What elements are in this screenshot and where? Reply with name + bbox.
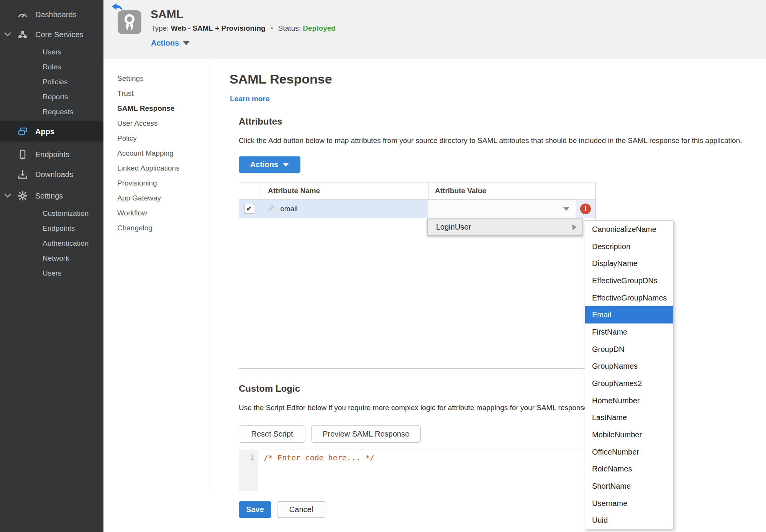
tab-trust[interactable]: Trust: [103, 86, 210, 101]
submenu-item-label: EffectiveGroupNames: [592, 294, 667, 302]
sidebar-item-network[interactable]: Network: [0, 251, 103, 266]
edit-pencil-icon[interactable]: ✎: [267, 204, 275, 214]
sidebar-item-settings[interactable]: Settings: [0, 186, 103, 206]
tab-linked-applications[interactable]: Linked Applications: [103, 161, 210, 176]
select-column-header: [239, 182, 259, 199]
sidebar-item-endpoints[interactable]: Endpoints: [0, 144, 103, 164]
attribute-name-value: email: [280, 205, 297, 213]
sidebar-item-label: Downloads: [35, 170, 73, 179]
submenu-item-email[interactable]: Email: [585, 306, 673, 323]
save-button[interactable]: Save: [239, 501, 271, 518]
submenu-item-canonicalizename[interactable]: CanonicalizeName: [585, 221, 673, 238]
sidebar-item-authentication[interactable]: Authentication: [0, 236, 103, 251]
tab-changelog[interactable]: Changelog: [103, 220, 210, 235]
editor-code[interactable]: /* Enter code here... */: [258, 450, 596, 491]
loginuser-menu-item[interactable]: LoginUser: [427, 218, 583, 236]
sidebar-item-reports[interactable]: Reports: [0, 89, 103, 104]
submenu-item-rolenames[interactable]: RoleNames: [585, 460, 673, 478]
app-section-nav: Settings Trust SAML Response User Access…: [103, 59, 210, 235]
tab-user-access[interactable]: User Access: [103, 116, 210, 131]
sidebar-item-label: Endpoints: [43, 224, 75, 233]
tab-account-mapping[interactable]: Account Mapping: [103, 146, 210, 161]
submenu-item-label: GroupNames2: [592, 379, 642, 388]
sidebar-item-apps[interactable]: Apps: [0, 122, 103, 141]
submenu-item-uuid[interactable]: Uuid: [585, 512, 673, 529]
submenu-item-mobilenumber[interactable]: MobileNumber: [585, 426, 673, 443]
submenu-item-label: ShortName: [592, 482, 631, 491]
header-actions-menu[interactable]: Actions: [151, 39, 190, 48]
submenu-item-label: Username: [592, 499, 627, 508]
error-icon: !: [580, 204, 591, 214]
sidebar-item-label: Users: [43, 269, 62, 277]
downloads-icon: [15, 169, 30, 180]
sidebar-item-requests[interactable]: Requests: [0, 104, 103, 119]
app-title: SAML: [151, 8, 183, 21]
sidebar-item-label: Network: [43, 254, 69, 263]
tab-label: Trust: [117, 89, 134, 98]
submenu-item-homenumber[interactable]: HomeNumber: [585, 392, 673, 409]
dashboard-icon: [15, 9, 30, 20]
cancel-button[interactable]: Cancel: [277, 501, 325, 518]
sidebar-item-roles[interactable]: Roles: [0, 59, 103, 74]
sidebar-item-customization[interactable]: Customization: [0, 206, 103, 221]
reset-script-button[interactable]: Reset Script: [239, 425, 305, 443]
submenu-item-firstname[interactable]: FirstName: [585, 323, 673, 341]
sidebar-item-core-services[interactable]: Core Services: [0, 25, 103, 44]
table-row[interactable]: ✔ ✎ email !: [239, 200, 595, 218]
tab-app-gateway[interactable]: App Gateway: [103, 190, 210, 205]
sidebar-item-settings-users[interactable]: Users: [0, 266, 103, 281]
submenu-item-groupnames2[interactable]: GroupNames2: [585, 375, 673, 392]
sidebar-item-label: Customization: [43, 209, 89, 218]
sidebar-item-label: Reports: [43, 93, 68, 101]
submenu-item-label: DisplayName: [592, 259, 638, 268]
row-select-cell: ✔: [239, 200, 259, 218]
preview-saml-response-button[interactable]: Preview SAML Response: [311, 425, 421, 443]
submenu-item-effectivegroupdns[interactable]: EffectiveGroupDNs: [585, 272, 673, 289]
settings-gear-icon: [15, 190, 30, 201]
sidebar-item-users[interactable]: Users: [0, 44, 103, 59]
sidebar-item-settings-endpoints[interactable]: Endpoints: [0, 221, 103, 236]
combobox-caret-icon: [563, 207, 569, 211]
attribute-value-combobox[interactable]: [428, 200, 576, 218]
tab-saml-response[interactable]: SAML Response: [103, 101, 210, 116]
attributes-heading: Attributes: [239, 116, 282, 127]
tab-settings[interactable]: Settings: [103, 71, 210, 86]
submenu-item-effectivegroupnames[interactable]: EffectiveGroupNames: [585, 289, 673, 307]
tab-workflow[interactable]: Workflow: [103, 205, 210, 220]
attribute-name-cell: ✎ email: [259, 200, 428, 218]
tab-policy[interactable]: Policy: [103, 131, 210, 146]
submenu-item-lastname[interactable]: LastName: [585, 409, 673, 426]
type-value: Web - SAML + Provisioning: [171, 24, 266, 32]
learn-more-link[interactable]: Learn more: [230, 95, 269, 103]
status-badge: Deployed: [303, 24, 336, 32]
sidebar-item-label: Authentication: [43, 239, 89, 248]
custom-logic-heading: Custom Logic: [239, 383, 300, 394]
submenu-item-shortname[interactable]: ShortName: [585, 478, 673, 495]
sidebar-item-label: Users: [43, 48, 62, 56]
submenu-item-label: Uuid: [592, 516, 608, 525]
tab-label: SAML Response: [117, 104, 175, 113]
attributes-actions-button[interactable]: Actions: [239, 156, 300, 173]
sidebar-item-label: Dashboards: [35, 10, 77, 19]
sidebar-item-dashboards[interactable]: Dashboards: [0, 5, 103, 25]
separator-dot: •: [271, 24, 273, 32]
tab-provisioning[interactable]: Provisioning: [103, 176, 210, 190]
tab-label: Changelog: [117, 224, 153, 232]
submenu-item-officenumber[interactable]: OfficeNumber: [585, 443, 673, 461]
submenu-item-groupdn[interactable]: GroupDN: [585, 341, 673, 358]
attributes-table: Attribute Name Attribute Value ✔ ✎ email: [239, 182, 596, 369]
submenu-item-label: GroupNames: [592, 362, 638, 371]
submenu-item-label: CanonicalizeName: [592, 225, 656, 234]
submenu-item-username[interactable]: Username: [585, 495, 673, 512]
sidebar-item-policies[interactable]: Policies: [0, 74, 103, 89]
saml-app-icon: [118, 10, 141, 34]
submenu-item-displayname[interactable]: DisplayName: [585, 255, 673, 272]
script-editor[interactable]: 1 /* Enter code here... */: [239, 450, 596, 491]
chevron-down-icon[interactable]: [0, 194, 15, 198]
sidebar-item-downloads[interactable]: Downloads: [0, 164, 103, 184]
chevron-down-icon[interactable]: [0, 32, 15, 37]
submenu-item-description[interactable]: Description: [585, 238, 673, 255]
submenu-item-groupnames[interactable]: GroupNames: [585, 358, 673, 375]
row-checkbox[interactable]: ✔: [244, 204, 254, 214]
tab-label: Linked Applications: [117, 164, 180, 172]
